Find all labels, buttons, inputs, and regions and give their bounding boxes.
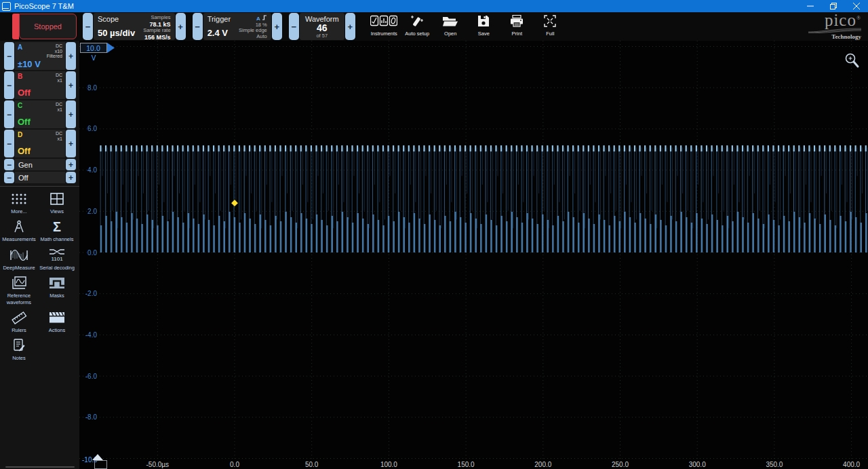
svg-text:50.0: 50.0 xyxy=(305,461,319,468)
logo-waves xyxy=(808,28,861,33)
main-toolbar: Stopped − Scope 50 µs/div Samples 78.1 k… xyxy=(0,12,868,41)
reference-waveforms-icon xyxy=(12,275,26,291)
svg-text:200.0: 200.0 xyxy=(534,461,551,468)
svg-text:1101: 1101 xyxy=(51,256,63,262)
full-screen-button[interactable]: Full xyxy=(534,13,566,40)
trigger-source-label: A xyxy=(256,16,260,22)
waveform-previous-button[interactable]: − xyxy=(289,13,299,40)
scope-increase-button[interactable]: + xyxy=(176,13,186,40)
waveform-buffer[interactable]: Waveform 46 of 57 xyxy=(300,13,344,40)
masks-icon xyxy=(49,275,65,291)
svg-text:0.0: 0.0 xyxy=(87,249,97,257)
channel-b-range: Off xyxy=(18,88,62,98)
title-bar: PicoScope 7 T&M xyxy=(0,0,868,12)
more-dots-icon xyxy=(11,191,27,207)
channel-a-settings[interactable]: A DC x10 Filtered ±10 V xyxy=(15,42,65,70)
channel-a-decrease-button[interactable]: − xyxy=(4,42,14,70)
close-button[interactable] xyxy=(845,0,868,12)
waveform-total: of 57 xyxy=(316,33,328,39)
trigger-settings[interactable]: Trigger 2.4 V A 18 % Simple edge Auto xyxy=(203,13,271,40)
channel-b-decrease-button[interactable]: − xyxy=(4,71,14,99)
scope-settings[interactable]: Scope 50 µs/div Samples 78.1 kS Sample r… xyxy=(94,13,175,40)
channel-d-increase-button[interactable]: + xyxy=(66,130,76,157)
sidebar-scrollbar[interactable] xyxy=(5,466,75,468)
svg-text:100.0: 100.0 xyxy=(380,461,397,468)
window-title: PicoScope 7 T&M xyxy=(14,2,74,10)
channel-b-settings[interactable]: B DC x1 Off xyxy=(15,71,65,99)
open-button[interactable]: Open xyxy=(435,13,467,40)
y-axis-top-value: 10.0 xyxy=(86,44,100,52)
waveform-number: 46 xyxy=(317,23,328,33)
channel-d-settings[interactable]: D DC x1 Off xyxy=(15,130,65,157)
sidebar-divider xyxy=(0,186,79,187)
save-floppy-icon xyxy=(477,13,490,29)
pico-technology-logo: pico® Technology xyxy=(808,13,861,39)
stopped-indicator xyxy=(12,14,19,39)
magic-wand-icon xyxy=(410,13,425,29)
auto-setup-button[interactable]: Auto setup xyxy=(401,13,433,40)
svg-text:-50.0µs: -50.0µs xyxy=(146,461,170,468)
sidebar-item-deepmeasure[interactable]: DeepMeasure xyxy=(0,247,38,271)
instruments-button[interactable]: Instruments xyxy=(368,13,400,40)
generator-decrease-button[interactable]: − xyxy=(4,159,14,170)
channel-a-axis-arrow-icon xyxy=(107,43,115,53)
open-folder-icon xyxy=(442,13,458,29)
generator-increase-button[interactable]: + xyxy=(66,159,76,170)
channel-c-decrease-button[interactable]: − xyxy=(4,100,14,128)
print-button[interactable]: Print xyxy=(501,13,533,40)
caliper-icon xyxy=(12,219,26,235)
generator-state[interactable]: Off xyxy=(15,172,65,183)
channel-c-settings[interactable]: C DC x1 Off xyxy=(15,100,65,128)
channel-c-increase-button[interactable]: + xyxy=(66,100,76,128)
sample-rate-label: Sample rate xyxy=(143,28,170,34)
serial-decoding-icon: 1101 xyxy=(48,247,66,263)
minimize-button[interactable] xyxy=(799,0,822,12)
svg-text:-4.0: -4.0 xyxy=(85,331,98,339)
sidebar-item-math-channels[interactable]: Σ Math channels xyxy=(38,219,76,242)
trigger-marker xyxy=(231,200,238,206)
scope-display[interactable]: 8.06.04.02.00.0-2.0-4.0-6.0-8.0-50.0µs0.… xyxy=(79,41,868,469)
generator-state-increase-button[interactable]: + xyxy=(66,172,76,183)
sidebar-item-actions[interactable]: Actions xyxy=(38,309,76,333)
sidebar-item-rulers[interactable]: Rulers xyxy=(0,309,38,333)
svg-text:-8.0: -8.0 xyxy=(85,413,98,421)
sidebar-item-serial-decoding[interactable]: 1101 Serial decoding xyxy=(38,247,76,271)
rising-edge-icon xyxy=(262,15,267,20)
channel-c-panel: − C DC x1 Off + xyxy=(4,100,76,128)
app-icon xyxy=(2,2,11,11)
generator-label[interactable]: Gen xyxy=(15,159,65,170)
channel-b-increase-button[interactable]: + xyxy=(66,71,76,99)
sidebar-item-notes[interactable]: Notes xyxy=(0,337,38,361)
scope-decrease-button[interactable]: − xyxy=(83,13,93,40)
svg-text:4.0: 4.0 xyxy=(87,166,97,174)
capture-control: Stopped xyxy=(12,14,77,39)
trigger-increase-button[interactable]: + xyxy=(272,13,282,40)
start-stop-button[interactable]: Stopped xyxy=(19,14,77,39)
channel-a-range: ±10 V xyxy=(18,59,62,69)
waveform-canvas[interactable]: 8.06.04.02.00.0-2.0-4.0-6.0-8.0-50.0µs0.… xyxy=(79,41,868,469)
timebase-value: 50 µs/div xyxy=(98,28,135,38)
samples-label: Samples xyxy=(151,15,170,21)
channel-b-panel: − B DC x1 Off + xyxy=(4,71,76,99)
printer-icon xyxy=(510,13,524,29)
scope-label: Scope xyxy=(98,15,135,23)
generator-state-panel: − Off + xyxy=(4,172,76,183)
generator-panel: − Gen + xyxy=(4,159,76,170)
save-button[interactable]: Save xyxy=(468,13,500,40)
channel-d-decrease-button[interactable]: − xyxy=(4,130,14,157)
generator-state-decrease-button[interactable]: − xyxy=(4,172,14,183)
svg-text:300.0: 300.0 xyxy=(689,461,706,468)
svg-text:400.0: 400.0 xyxy=(843,461,860,468)
sidebar-item-masks[interactable]: Masks xyxy=(38,275,76,305)
views-icon xyxy=(50,191,64,207)
svg-text:-6.0: -6.0 xyxy=(85,373,98,380)
channel-a-increase-button[interactable]: + xyxy=(66,42,76,70)
sidebar-item-more[interactable]: More... xyxy=(0,191,38,214)
restore-button[interactable] xyxy=(822,0,845,12)
sidebar-item-views[interactable]: Views xyxy=(38,191,76,214)
svg-text:6.0: 6.0 xyxy=(87,125,97,132)
waveform-next-button[interactable]: + xyxy=(345,13,355,40)
sidebar-item-measurements[interactable]: Measurements xyxy=(0,219,38,242)
trigger-decrease-button[interactable]: − xyxy=(193,13,203,40)
sidebar-item-reference-waveforms[interactable]: Reference waveforms xyxy=(0,275,38,305)
